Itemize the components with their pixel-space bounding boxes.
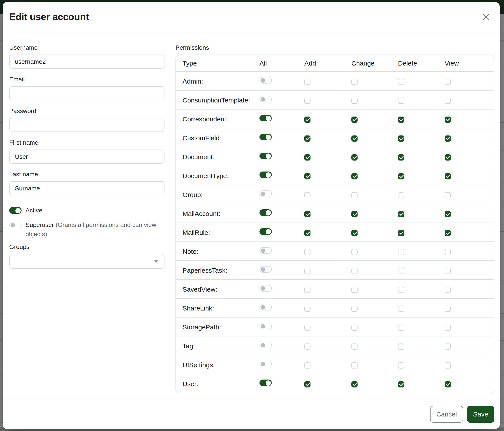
permission-view-checkbox[interactable]: [445, 135, 451, 141]
permission-add-checkbox[interactable]: [304, 343, 310, 350]
permission-view-checkbox[interactable]: [445, 343, 451, 350]
permission-all-toggle[interactable]: [260, 342, 272, 348]
permission-change-checkbox[interactable]: [351, 362, 358, 368]
permission-delete-checkbox[interactable]: [398, 173, 404, 179]
permission-delete-checkbox[interactable]: [398, 305, 404, 312]
permission-delete-checkbox[interactable]: [398, 116, 404, 123]
permission-change-checkbox[interactable]: [351, 287, 358, 293]
permission-view-checkbox[interactable]: [445, 268, 451, 274]
cancel-button[interactable]: Cancel: [430, 406, 463, 422]
password-field[interactable]: [9, 118, 164, 132]
permission-add-checkbox[interactable]: [304, 268, 310, 274]
permission-change-checkbox[interactable]: [351, 230, 358, 236]
permission-add-checkbox[interactable]: [304, 116, 310, 123]
permission-change-checkbox[interactable]: [351, 343, 358, 350]
save-button[interactable]: Save: [467, 406, 494, 422]
permission-view-checkbox[interactable]: [445, 287, 451, 293]
permission-add-checkbox[interactable]: [304, 192, 310, 198]
permission-delete-checkbox[interactable]: [398, 211, 404, 217]
permission-all-cell: [254, 374, 299, 393]
permission-all-toggle[interactable]: [260, 115, 272, 121]
permission-all-toggle[interactable]: [260, 77, 272, 84]
permission-view-cell: [439, 147, 494, 166]
permission-all-toggle[interactable]: [260, 96, 272, 102]
permission-change-checkbox[interactable]: [351, 268, 358, 274]
active-toggle[interactable]: [9, 207, 22, 214]
permission-view-checkbox[interactable]: [445, 324, 451, 331]
last-name-input[interactable]: [9, 181, 164, 195]
permission-change-checkbox[interactable]: [351, 381, 358, 387]
permission-change-checkbox[interactable]: [351, 192, 358, 198]
permission-add-checkbox[interactable]: [304, 154, 310, 160]
permission-delete-checkbox[interactable]: [398, 249, 404, 255]
permission-all-toggle[interactable]: [260, 304, 272, 311]
permission-add-checkbox[interactable]: [304, 324, 310, 331]
permission-add-checkbox[interactable]: [304, 79, 310, 85]
permission-all-toggle[interactable]: [260, 171, 272, 178]
permission-view-checkbox[interactable]: [445, 173, 451, 179]
permission-view-checkbox[interactable]: [445, 381, 451, 387]
permission-change-checkbox[interactable]: [351, 135, 358, 141]
close-button[interactable]: [480, 11, 492, 23]
permission-delete-checkbox[interactable]: [398, 287, 404, 293]
permission-view-checkbox[interactable]: [445, 211, 451, 217]
permission-all-toggle[interactable]: [260, 190, 272, 197]
permission-change-checkbox[interactable]: [351, 173, 358, 179]
permission-row: SavedView:: [176, 279, 494, 298]
permission-view-checkbox[interactable]: [445, 98, 451, 104]
permission-add-checkbox[interactable]: [304, 230, 310, 236]
permission-view-checkbox[interactable]: [445, 79, 451, 85]
permission-add-checkbox[interactable]: [304, 249, 310, 255]
permission-delete-checkbox[interactable]: [398, 154, 404, 160]
permission-add-checkbox[interactable]: [304, 287, 310, 293]
permission-all-toggle[interactable]: [260, 323, 272, 329]
permission-delete-checkbox[interactable]: [398, 79, 404, 85]
permission-view-checkbox[interactable]: [445, 249, 451, 255]
permission-change-checkbox[interactable]: [351, 324, 358, 331]
permission-delete-checkbox[interactable]: [398, 362, 404, 368]
permission-change-checkbox[interactable]: [351, 98, 358, 104]
permission-all-toggle[interactable]: [260, 209, 272, 216]
first-name-input[interactable]: [9, 150, 164, 164]
permission-change-checkbox[interactable]: [351, 154, 358, 160]
permission-change-checkbox[interactable]: [351, 116, 358, 123]
permission-delete-checkbox[interactable]: [398, 381, 404, 387]
permission-view-checkbox[interactable]: [445, 305, 451, 312]
permission-delete-checkbox[interactable]: [398, 135, 404, 141]
permission-all-toggle[interactable]: [260, 247, 272, 254]
permission-delete-checkbox[interactable]: [398, 98, 404, 104]
permission-change-checkbox[interactable]: [351, 79, 358, 85]
permission-delete-checkbox[interactable]: [398, 324, 404, 331]
username-input[interactable]: [9, 54, 164, 69]
permission-add-checkbox[interactable]: [304, 173, 310, 179]
permission-add-checkbox[interactable]: [304, 362, 310, 368]
permission-all-toggle[interactable]: [260, 285, 272, 292]
permission-add-checkbox[interactable]: [304, 211, 310, 217]
permission-change-checkbox[interactable]: [351, 211, 358, 217]
permission-add-checkbox[interactable]: [304, 305, 310, 312]
permission-all-toggle[interactable]: [260, 266, 272, 273]
permission-all-toggle[interactable]: [260, 228, 272, 235]
permission-view-checkbox[interactable]: [445, 230, 451, 236]
permission-all-toggle[interactable]: [260, 361, 272, 367]
permission-view-checkbox[interactable]: [445, 116, 451, 123]
permission-delete-checkbox[interactable]: [398, 192, 404, 198]
permission-view-checkbox[interactable]: [445, 192, 451, 198]
permission-change-checkbox[interactable]: [351, 249, 358, 255]
permission-view-checkbox[interactable]: [445, 362, 451, 368]
permission-add-checkbox[interactable]: [304, 98, 310, 104]
permission-delete-checkbox[interactable]: [398, 343, 404, 350]
email-field[interactable]: [9, 86, 164, 100]
groups-select[interactable]: [9, 254, 164, 269]
permission-add-checkbox[interactable]: [304, 135, 310, 141]
permission-add-checkbox[interactable]: [304, 381, 310, 387]
permission-delete-checkbox[interactable]: [398, 268, 404, 274]
permission-all-toggle[interactable]: [260, 379, 272, 386]
permission-change-checkbox[interactable]: [351, 305, 358, 312]
permission-all-toggle[interactable]: [260, 153, 272, 159]
superuser-toggle[interactable]: [9, 222, 22, 228]
permission-change-cell: [346, 298, 393, 317]
permission-view-checkbox[interactable]: [445, 154, 451, 160]
permission-all-toggle[interactable]: [260, 134, 272, 140]
permission-delete-checkbox[interactable]: [398, 230, 404, 236]
